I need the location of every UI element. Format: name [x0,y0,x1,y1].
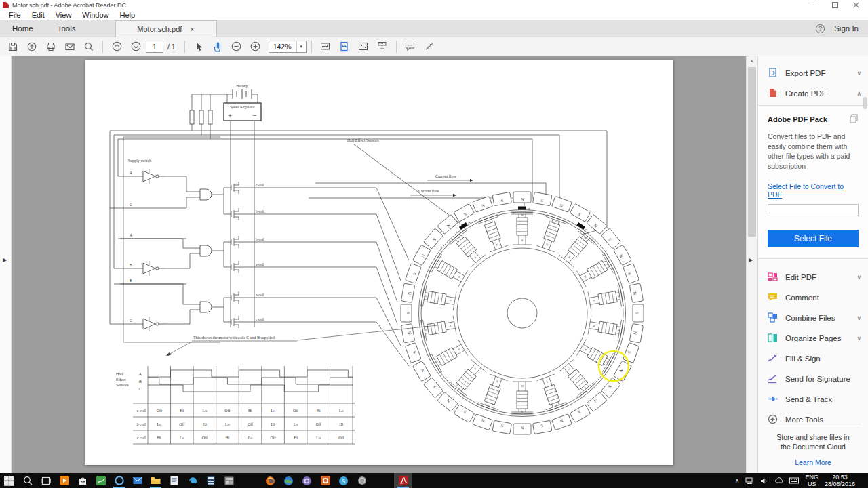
chevron-down-icon[interactable]: ∨ [856,314,861,321]
tools-pane-toggle-icon[interactable]: ▶ [749,257,753,263]
taskbar-edge-icon[interactable] [183,473,201,488]
taskbar-task-view-icon[interactable] [37,473,55,488]
menu-view[interactable]: View [51,10,77,20]
sidebar-tool-label: Export PDF [785,69,825,77]
share-icon[interactable] [23,39,41,54]
taskbar-acrobat-icon[interactable] [394,473,412,488]
comment-icon[interactable] [401,39,419,54]
sidebar-tool-create-pdf[interactable]: Create PDF∧ [758,83,868,104]
tab-close-icon[interactable]: × [190,25,194,33]
navigation-pane-toggle-icon[interactable]: ▶ [3,257,7,263]
tab-tools[interactable]: Tools [45,20,88,37]
chevron-up-icon[interactable]: ∧ [856,90,861,97]
select-file-convert-link[interactable]: Select File to Convert to PDF [768,182,859,199]
taskbar-system-app-icon[interactable] [220,473,238,488]
chevron-down-icon[interactable]: ∨ [856,335,861,342]
highlight-pen-icon[interactable] [420,39,438,54]
help-icon[interactable]: ? [816,24,825,33]
taskbar-skype-icon[interactable]: S [334,473,353,488]
scrollbar-thumb[interactable] [748,67,756,237]
language-indicator[interactable]: ENGUS [805,474,818,488]
page-number-input[interactable] [146,41,163,53]
svg-text:S: S [487,219,490,223]
menu-help[interactable]: Help [115,10,140,20]
taskbar-google-earth-icon[interactable] [279,473,298,488]
tab-document[interactable]: Motor.sch.pdf × [115,20,217,37]
taskbar-gray-app-icon[interactable] [353,473,371,488]
sidebar-tool-combine-files[interactable]: Combine Files∨ [758,308,868,328]
next-page-icon[interactable] [127,39,144,54]
sidebar-tool-comment[interactable]: Comment [758,287,868,308]
taskbar-mail-icon[interactable] [128,473,146,488]
zoom-dropdown-icon[interactable]: ▼ [296,41,306,52]
email-icon[interactable] [61,39,79,54]
tab-home[interactable]: Home [0,20,45,37]
taskbar-outlook-icon[interactable] [316,473,334,488]
select-tool-icon[interactable] [190,39,208,54]
menu-edit[interactable]: Edit [27,10,50,20]
sidebar-tool-edit-pdf[interactable]: Edit PDF∨ [758,267,868,287]
fullscreen-icon[interactable] [355,39,372,54]
taskbar-maps-icon[interactable] [92,473,110,488]
document-cloud-text: Store and share files in the Document Cl… [776,432,850,451]
tray-chevron-icon[interactable]: ∧ [735,477,740,484]
scrolling-mode-icon[interactable] [374,39,391,54]
sidebar-tool-export-pdf[interactable]: Export PDF∨ [758,63,868,83]
svg-text:S: S [635,312,639,314]
maximize-button[interactable] [831,2,838,8]
svg-text:Hall: Hall [116,372,123,376]
windows-taskbar: S ∧ ENGUS 20:5328/08/2016 [0,473,868,488]
convert-file-input[interactable] [768,204,859,216]
fit-width-icon[interactable] [317,39,334,54]
menu-file[interactable]: File [4,10,26,20]
sidebar-scrollbar-thumb[interactable] [863,97,867,109]
sidebar-tool-fill-sign[interactable]: Fill & Sign [758,348,868,369]
taskbar-store-icon[interactable] [73,473,92,488]
sidebar-tool-organize-pages[interactable]: Organize Pages∨ [758,328,868,348]
svg-text:S: S [555,219,558,223]
sign-in-button[interactable]: Sign In [834,24,859,33]
sidebar-tool-send-track[interactable]: Send & Track [758,389,868,409]
svg-text:a-coil: a-coil [256,262,264,266]
taskbar-calculator-icon[interactable] [201,473,220,488]
taskbar-notepad-icon[interactable] [165,473,183,488]
sidebar-tool-send-for-signature[interactable]: Send for Signature [758,369,868,389]
menu-window[interactable]: Window [77,10,113,20]
volume-icon[interactable] [760,477,768,485]
svg-text:Hi: Hi [339,422,343,426]
network-icon[interactable] [745,477,754,485]
taskbar-opera-icon[interactable] [110,473,128,488]
taskbar-media-app-icon[interactable] [55,473,73,488]
svg-text:N: N [521,384,524,388]
hand-tool-icon[interactable] [209,39,226,54]
close-button[interactable] [853,2,860,8]
svg-text:Hi: Hi [294,436,298,440]
select-file-button[interactable]: Select File [768,230,859,247]
taskbar-gap [238,473,261,488]
chevron-down-icon[interactable]: ∨ [856,274,861,281]
svg-text:Off: Off [224,409,230,413]
zoom-out-icon[interactable] [228,39,245,54]
taskbar-start-icon[interactable] [0,473,18,488]
taskbar-search-icon[interactable] [18,473,37,488]
taskbar-file-explorer-icon[interactable] [146,473,165,488]
scroll-up-icon[interactable]: ▲ [749,58,754,63]
minimize-button[interactable] [810,2,816,8]
document-area[interactable]: BatterySpeed Regulator+−Supply switchACA… [12,56,746,473]
zoom-in-icon[interactable] [247,39,264,54]
onedrive-icon[interactable] [774,477,783,484]
print-icon[interactable] [42,39,60,54]
clock[interactable]: 20:5328/08/2016 [825,474,855,488]
previous-page-icon[interactable] [108,39,125,54]
touch-keyboard-icon[interactable] [789,477,799,484]
vertical-scrollbar[interactable]: ▲ [746,56,757,473]
search-icon[interactable] [80,39,98,54]
zoom-level-select[interactable]: 142% ▼ [269,41,307,53]
chevron-down-icon[interactable]: ∨ [856,70,861,77]
taskbar-firefox-icon[interactable] [261,473,279,488]
learn-more-link[interactable]: Learn More [795,458,831,466]
taskbar-purple-app-icon[interactable] [298,473,316,488]
save-icon[interactable] [4,39,22,54]
fit-page-icon[interactable] [336,39,353,54]
svg-text:A: A [130,171,133,175]
